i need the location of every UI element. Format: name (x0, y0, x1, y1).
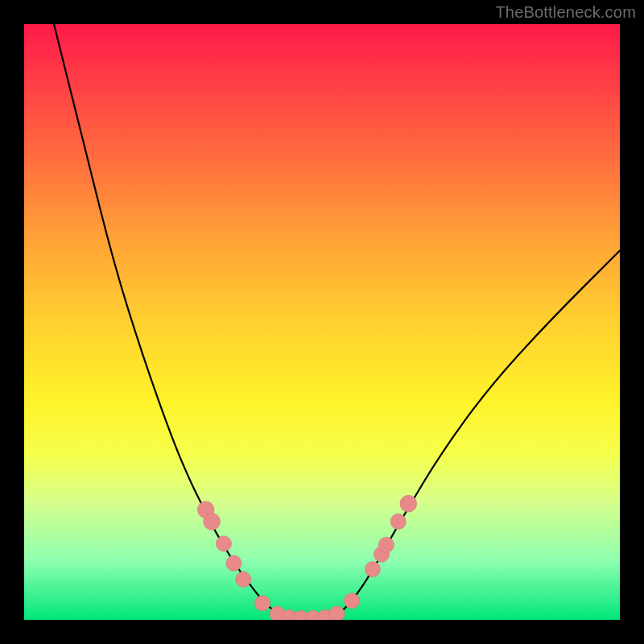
watermark-text: TheBottleneck.com (495, 3, 636, 22)
data-marker (329, 606, 345, 620)
data-marker (378, 537, 394, 552)
marker-layer (197, 495, 416, 620)
data-marker (204, 514, 221, 530)
data-marker (254, 596, 270, 611)
data-marker (400, 495, 417, 512)
chart-frame: TheBottleneck.com (0, 0, 644, 644)
chart-svg (24, 24, 620, 620)
data-marker (390, 514, 406, 529)
chart-plot-area (24, 24, 620, 620)
data-marker (365, 562, 380, 577)
data-marker (226, 555, 242, 571)
data-marker (344, 593, 359, 609)
data-marker (236, 572, 251, 587)
data-marker (216, 536, 231, 551)
bottleneck-curve (54, 24, 620, 619)
